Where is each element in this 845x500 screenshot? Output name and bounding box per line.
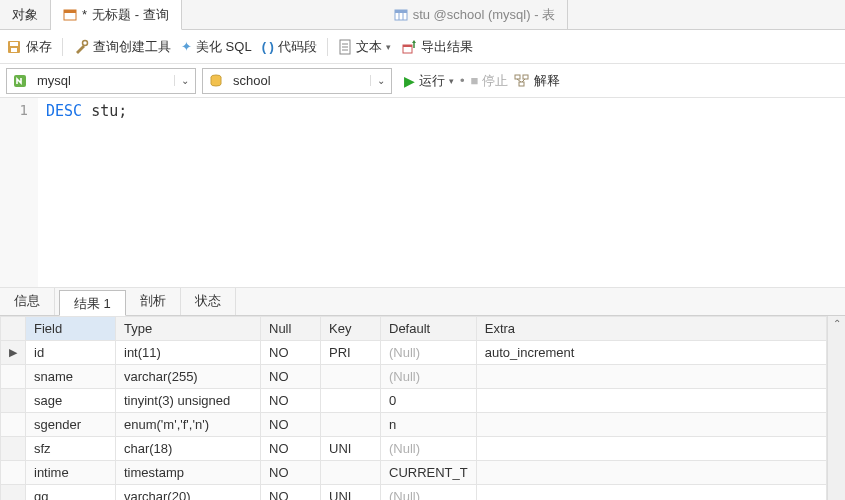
table-row[interactable]: sfzchar(18)NOUNI(Null) (1, 437, 827, 461)
cell-extra[interactable] (476, 485, 826, 501)
chevron-down-icon: ▾ (386, 42, 391, 52)
cell-field[interactable]: sage (26, 389, 116, 413)
explain-button[interactable]: 解释 (514, 72, 560, 90)
cell-extra[interactable]: auto_increment (476, 341, 826, 365)
cell-default[interactable]: (Null) (381, 341, 477, 365)
run-button[interactable]: ▶ 运行 ▾ (404, 72, 454, 90)
cell-extra[interactable] (476, 413, 826, 437)
col-key[interactable]: Key (321, 317, 381, 341)
cell-key[interactable]: PRI (321, 341, 381, 365)
save-button[interactable]: 保存 (6, 38, 52, 56)
sql-editor[interactable]: 1 DESC stu; (0, 98, 845, 288)
stop-button[interactable]: ■ 停止 (471, 72, 509, 90)
svg-rect-7 (10, 42, 18, 46)
cell-field[interactable]: qq (26, 485, 116, 501)
cell-null[interactable]: NO (261, 365, 321, 389)
chevron-down-icon[interactable]: ⌄ (174, 75, 195, 86)
table-row[interactable]: sagetinyint(3) unsignedNO0 (1, 389, 827, 413)
snippet-label: 代码段 (278, 38, 317, 56)
wand-icon: ✦ (181, 39, 192, 54)
tab-result1[interactable]: 结果 1 (59, 290, 126, 316)
line-number: 1 (0, 102, 28, 118)
result-grid[interactable]: Field Type Null Key Default Extra ▶idint… (0, 316, 827, 500)
cell-type[interactable]: tinyint(3) unsigned (116, 389, 261, 413)
cell-null[interactable]: NO (261, 485, 321, 501)
row-pointer (1, 365, 26, 389)
beautify-label: 美化 SQL (196, 38, 252, 56)
chevron-down-icon[interactable]: ⌄ (370, 75, 391, 86)
cell-extra[interactable] (476, 461, 826, 485)
table-row[interactable]: sgenderenum('m','f','n')NOn (1, 413, 827, 437)
connection-bar: mysql ⌄ school ⌄ ▶ 运行 ▾ • ■ 停止 解释 (0, 64, 845, 98)
tab-query[interactable]: * 无标题 - 查询 (51, 0, 182, 30)
cell-key[interactable] (321, 365, 381, 389)
database-combo[interactable]: school ⌄ (202, 68, 392, 94)
table-row[interactable]: ▶idint(11)NOPRI(Null)auto_increment (1, 341, 827, 365)
col-type[interactable]: Type (116, 317, 261, 341)
svg-rect-3 (395, 10, 407, 13)
cell-field[interactable]: id (26, 341, 116, 365)
table-row[interactable]: snamevarchar(255)NO(Null) (1, 365, 827, 389)
cell-null[interactable]: NO (261, 413, 321, 437)
col-null[interactable]: Null (261, 317, 321, 341)
connection-combo[interactable]: mysql ⌄ (6, 68, 196, 94)
cell-extra[interactable] (476, 365, 826, 389)
cell-default[interactable]: n (381, 413, 477, 437)
cell-type[interactable]: int(11) (116, 341, 261, 365)
code-area[interactable]: DESC stu; (38, 98, 845, 287)
cell-null[interactable]: NO (261, 437, 321, 461)
beautify-button[interactable]: ✦ 美化 SQL (181, 38, 252, 56)
col-extra[interactable]: Extra (476, 317, 826, 341)
table-icon (394, 8, 408, 22)
text-button[interactable]: 文本 ▾ (338, 38, 391, 56)
cell-type[interactable]: char(18) (116, 437, 261, 461)
tab-table-label: stu @school (mysql) - 表 (413, 6, 556, 24)
text-label: 文本 (356, 38, 382, 56)
play-icon: ▶ (404, 73, 415, 89)
scroll-down-icon[interactable]: ⌄ (833, 494, 841, 500)
cell-default[interactable]: (Null) (381, 437, 477, 461)
cell-type[interactable]: enum('m','f','n') (116, 413, 261, 437)
cell-type[interactable]: varchar(20) (116, 485, 261, 501)
connection-icon (7, 73, 33, 89)
cell-type[interactable]: timestamp (116, 461, 261, 485)
cell-type[interactable]: varchar(255) (116, 365, 261, 389)
col-default[interactable]: Default (381, 317, 477, 341)
query-icon (63, 8, 77, 22)
cell-default[interactable]: 0 (381, 389, 477, 413)
modified-indicator: * (82, 7, 87, 22)
scroll-up-icon[interactable]: ⌃ (833, 316, 841, 331)
svg-rect-1 (64, 10, 76, 13)
cell-field[interactable]: sfz (26, 437, 116, 461)
cell-key[interactable]: UNI (321, 437, 381, 461)
tab-profile[interactable]: 剖析 (126, 288, 181, 315)
snippet-button[interactable]: ( ) 代码段 (262, 38, 317, 56)
vertical-scrollbar[interactable]: ⌃ ⌄ (827, 316, 845, 500)
table-row[interactable]: intimetimestampNOCURRENT_T (1, 461, 827, 485)
cell-null[interactable]: NO (261, 341, 321, 365)
cell-extra[interactable] (476, 389, 826, 413)
chevron-down-icon[interactable]: ▾ (449, 76, 454, 86)
tab-table[interactable]: stu @school (mysql) - 表 (382, 0, 569, 29)
cell-field[interactable]: sgender (26, 413, 116, 437)
cell-default[interactable]: CURRENT_T (381, 461, 477, 485)
col-field[interactable]: Field (26, 317, 116, 341)
svg-point-9 (83, 40, 88, 45)
cell-null[interactable]: NO (261, 461, 321, 485)
tab-object[interactable]: 对象 (0, 0, 51, 29)
cell-default[interactable]: (Null) (381, 485, 477, 501)
tab-status[interactable]: 状态 (181, 288, 236, 315)
cell-key[interactable] (321, 413, 381, 437)
cell-null[interactable]: NO (261, 389, 321, 413)
cell-key[interactable] (321, 461, 381, 485)
table-row[interactable]: qqvarchar(20)NOUNI(Null) (1, 485, 827, 501)
cell-field[interactable]: sname (26, 365, 116, 389)
query-builder-button[interactable]: 查询创建工具 (73, 38, 171, 56)
tab-info[interactable]: 信息 (0, 288, 55, 315)
cell-default[interactable]: (Null) (381, 365, 477, 389)
cell-key[interactable] (321, 389, 381, 413)
cell-key[interactable]: UNI (321, 485, 381, 501)
export-button[interactable]: 导出结果 (401, 38, 473, 56)
cell-extra[interactable] (476, 437, 826, 461)
cell-field[interactable]: intime (26, 461, 116, 485)
